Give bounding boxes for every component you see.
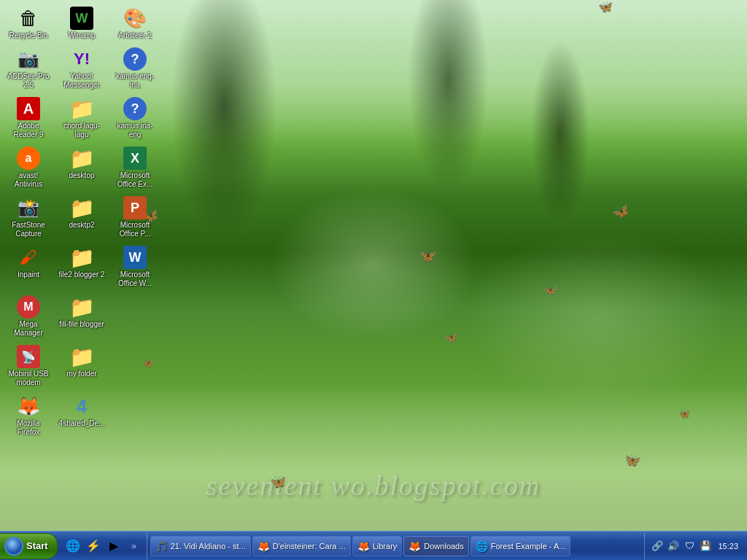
ms-word-icon-img: W bbox=[123, 246, 147, 269]
desktop-icon-desktp2[interactable]: 📁desktp2 bbox=[57, 193, 107, 241]
tray-security-icon[interactable]: 🛡 bbox=[683, 540, 696, 553]
desktop: seventent wo.blogspot.com 🦋 🦋 🦋 🦋 🦋 🦋 🦋 … bbox=[0, 0, 747, 560]
taskbar-btn-label-library: Library bbox=[373, 542, 398, 551]
adobe-reader-icon-img: A bbox=[17, 97, 40, 120]
desktop-icon-adobe-reader[interactable]: AAdobe Reader 9 bbox=[4, 94, 53, 142]
ms-word-label: Microsoft Office W... bbox=[112, 271, 158, 288]
tray-network-icon[interactable]: 🔗 bbox=[651, 540, 664, 553]
desktp2-label: desktp2 bbox=[69, 221, 94, 230]
chord-lagu-icon-img: 📁 bbox=[70, 97, 93, 120]
desktop-icon-avast[interactable]: aavast! Antivirus bbox=[4, 144, 53, 192]
artisteer2-label: Artisteer 2 bbox=[118, 31, 152, 40]
inpaint-icon-img: 🖌 bbox=[17, 246, 40, 269]
quick-launch-area: 🌐 ⚡ ▶ » bbox=[61, 533, 147, 559]
mega-manager-icon-img: M bbox=[17, 295, 40, 319]
kamus-ina-eng-icon-img: ? bbox=[123, 97, 147, 120]
faststone-label: FastStone Capture bbox=[5, 221, 52, 238]
taskbar-btn-icon-library: 🦊 bbox=[357, 540, 370, 552]
tray-usb-icon[interactable]: 💾 bbox=[699, 540, 712, 553]
icon-row-1: 📷ACDSee Pro 2.5Y!Yahoo! Messenger?kamus … bbox=[4, 44, 171, 93]
start-label: Start bbox=[26, 540, 48, 551]
start-button[interactable]: Start bbox=[0, 533, 58, 559]
desktop-icon-kamus-ina-eng[interactable]: ?kamus ina-eng bbox=[110, 94, 160, 142]
taskbar-btn-icon-downloads: 🦊 bbox=[409, 540, 421, 552]
inpaint-label: Inpaint bbox=[18, 271, 39, 279]
winamp-icon-img: W bbox=[70, 7, 93, 30]
artisteer2-icon-img: 🎨 bbox=[123, 7, 147, 30]
mobinil-icon-img: 📡 bbox=[17, 345, 40, 368]
ms-excel-label: Microsoft Office Ex... bbox=[112, 171, 158, 189]
system-clock[interactable]: 15:23 bbox=[715, 542, 741, 551]
desktop-icon-file2-blogger2[interactable]: 📁file2 blogger 2 bbox=[57, 243, 107, 291]
taskbar-btn-icon-deinsteiner: 🦊 bbox=[258, 540, 270, 552]
file2-blogger2-label: file2 blogger 2 bbox=[59, 271, 105, 279]
icon-row-6: MMega Manager📁fili-file blogger bbox=[4, 292, 171, 341]
desktop-icon-ms-excel[interactable]: XMicrosoft Office Ex... bbox=[110, 144, 160, 192]
taskbar-btn-icon-forest-example: 🌐 bbox=[476, 540, 488, 552]
firefox-label: Mozilla Firefox bbox=[5, 419, 52, 437]
icon-row-5: 🖌Inpaint📁file2 blogger 2WMicrosoft Offic… bbox=[4, 243, 171, 291]
taskbar-btn-deinsteiner[interactable]: 🦊D'einsteiner: Cara ... bbox=[252, 536, 351, 556]
taskbar-btn-vidi[interactable]: 🎵21. Vidi Aldiano - st... bbox=[150, 536, 251, 556]
desktop-icon-yahoo-messenger[interactable]: Y!Yahoo! Messenger bbox=[57, 44, 107, 93]
taskbar-btn-forest-example[interactable]: 🌐Forest Example - A... bbox=[471, 536, 571, 556]
desktop-icon-img: 📁 bbox=[70, 147, 93, 170]
acdsee-icon-img: 📷 bbox=[17, 47, 40, 71]
avast-label: avast! Antivirus bbox=[5, 171, 52, 189]
ms-ppt-label: Microsoft Office P... bbox=[112, 221, 158, 238]
desktop-icon-mega-manager[interactable]: MMega Manager bbox=[4, 292, 53, 341]
desktop-icon-artisteer2[interactable]: 🎨Artisteer 2 bbox=[110, 4, 160, 43]
taskbar-btn-downloads[interactable]: 🦊Downloads bbox=[403, 536, 468, 556]
ql-ie-icon[interactable]: 🌐 bbox=[63, 537, 82, 556]
taskbar-btn-label-downloads: Downloads bbox=[424, 542, 463, 551]
desktop-icon-inpaint[interactable]: 🖌Inpaint bbox=[4, 243, 53, 291]
ms-excel-icon-img: X bbox=[123, 147, 147, 170]
taskbar-btn-label-vidi: 21. Vidi Aldiano - st... bbox=[171, 542, 246, 551]
recycle-bin-label: Recycle Bin bbox=[9, 31, 48, 40]
desktop-icon-fili-file-blogger[interactable]: 📁fili-file blogger bbox=[57, 292, 107, 341]
4shared-icon-img: 4 bbox=[70, 394, 93, 418]
desktop-icon-ms-word[interactable]: WMicrosoft Office W... bbox=[110, 243, 160, 291]
taskbar: Start 🌐 ⚡ ▶ » 🎵21. Vidi Aldiano - st...🦊… bbox=[0, 531, 747, 560]
icon-row-8: 🦊Mozilla Firefox44shared_De... bbox=[4, 392, 171, 440]
ql-lightning-icon[interactable]: ⚡ bbox=[84, 537, 103, 556]
desktop-label: desktop bbox=[69, 171, 94, 180]
icon-row-7: 📡Mobinil USB modem📁my folder bbox=[4, 342, 171, 390]
desktop-icon-kamus-eng-ina[interactable]: ?kamus eng-ina bbox=[110, 44, 160, 93]
icon-row-4: 📸FastStone Capture📁desktp2PMicrosoft Off… bbox=[4, 193, 171, 241]
icon-row-2: AAdobe Reader 9📁chord lagu-lagu?kamus in… bbox=[4, 94, 171, 142]
desktop-icon-winamp[interactable]: WWinamp bbox=[57, 4, 107, 43]
desktop-icon-chord-lagu[interactable]: 📁chord lagu-lagu bbox=[57, 94, 107, 142]
kamus-ina-eng-label: kamus ina-eng bbox=[112, 122, 158, 139]
ms-ppt-icon-img: P bbox=[123, 196, 147, 219]
desktop-icon-mobinil[interactable]: 📡Mobinil USB modem bbox=[4, 342, 53, 390]
taskbar-btn-icon-vidi: 🎵 bbox=[155, 540, 168, 552]
desktp2-icon-img: 📁 bbox=[70, 196, 93, 219]
yahoo-messenger-icon-img: Y! bbox=[70, 47, 93, 71]
faststone-icon-img: 📸 bbox=[17, 196, 40, 219]
desktop-icons-area: 🗑Recycle BinWWinamp🎨Artisteer 2📷ACDSee P… bbox=[4, 4, 171, 440]
fili-file-blogger-label: fili-file blogger bbox=[59, 320, 104, 329]
desktop-icon-firefox[interactable]: 🦊Mozilla Firefox bbox=[4, 392, 53, 440]
desktop-icon-recycle-bin[interactable]: 🗑Recycle Bin bbox=[4, 4, 53, 43]
taskbar-btn-library[interactable]: 🦊Library bbox=[352, 536, 403, 556]
mobinil-label: Mobinil USB modem bbox=[5, 370, 52, 387]
ql-media-icon[interactable]: ▶ bbox=[104, 537, 123, 556]
mega-manager-label: Mega Manager bbox=[5, 320, 52, 338]
taskbar-buttons-area: 🎵21. Vidi Aldiano - st...🦊D'einsteiner: … bbox=[147, 536, 645, 556]
system-tray: 🔗 🔊 🛡 💾 15:23 bbox=[644, 533, 747, 559]
desktop-icon-4shared[interactable]: 44shared_De... bbox=[57, 392, 107, 440]
kamus-eng-ina-label: kamus eng-ina bbox=[112, 72, 158, 90]
desktop-icon-faststone[interactable]: 📸FastStone Capture bbox=[4, 193, 53, 241]
desktop-icon-acdsee[interactable]: 📷ACDSee Pro 2.5 bbox=[4, 44, 53, 93]
desktop-icon-ms-ppt[interactable]: PMicrosoft Office P... bbox=[110, 193, 160, 241]
file2-blogger2-icon-img: 📁 bbox=[70, 246, 93, 269]
recycle-bin-icon-img: 🗑 bbox=[17, 7, 40, 30]
tray-volume-icon[interactable]: 🔊 bbox=[667, 540, 680, 553]
acdsee-label: ACDSee Pro 2.5 bbox=[5, 72, 52, 90]
my-folder-icon-img: 📁 bbox=[70, 345, 93, 368]
icon-row-0: 🗑Recycle BinWWinamp🎨Artisteer 2 bbox=[4, 4, 171, 43]
ql-expand-arrow[interactable]: » bbox=[125, 537, 144, 556]
desktop-icon-desktop[interactable]: 📁desktop bbox=[57, 144, 107, 192]
desktop-icon-my-folder[interactable]: 📁my folder bbox=[57, 342, 107, 390]
